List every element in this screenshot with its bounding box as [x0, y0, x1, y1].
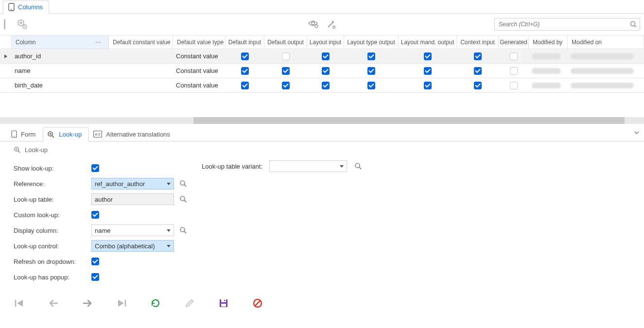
tab-lookup-label: Look-up [59, 131, 82, 138]
tab-form[interactable]: Form [7, 127, 43, 141]
search-icon [630, 21, 637, 28]
svg-point-11 [631, 22, 635, 26]
show-lookup-label: Show look-up: [14, 165, 91, 172]
checkbox[interactable] [241, 52, 249, 60]
checkbox[interactable] [424, 67, 432, 75]
reference-select[interactable]: ref_author_author [91, 178, 174, 190]
checkbox[interactable] [282, 52, 290, 60]
col-header-modon[interactable]: Modified on [568, 35, 644, 49]
magnifier-icon [47, 131, 55, 138]
chevron-down-icon[interactable] [634, 130, 639, 135]
cell-column-name: author_id [12, 49, 109, 63]
tab-lookup[interactable]: Look-up [43, 127, 89, 142]
lookup-table-field[interactable]: author [91, 193, 174, 205]
first-record-button[interactable] [14, 297, 25, 309]
cell-column-name: name [12, 64, 109, 78]
col-header-li[interactable]: Layout input [307, 35, 344, 49]
refresh-button[interactable] [150, 297, 161, 309]
checkbox[interactable] [322, 67, 330, 75]
checkbox[interactable] [322, 82, 330, 89]
device-icon [11, 130, 17, 138]
checkbox[interactable] [367, 52, 375, 60]
next-record-button[interactable] [82, 297, 93, 309]
checkbox[interactable] [510, 82, 518, 89]
col-header-modby[interactable]: Modified by [529, 35, 568, 49]
checkbox[interactable] [474, 82, 482, 89]
svg-point-1 [11, 9, 12, 10]
checkbox[interactable] [367, 67, 375, 75]
column-menu-icon[interactable]: ⋯ [95, 39, 104, 46]
svg-point-8 [315, 25, 318, 28]
checkbox[interactable] [241, 82, 249, 89]
table-row[interactable]: nameConstant value [0, 63, 644, 78]
svg-point-32 [180, 227, 185, 232]
cancel-button[interactable] [252, 297, 263, 309]
edit-button[interactable] [184, 297, 195, 309]
checkbox[interactable] [282, 82, 290, 89]
checkbox[interactable] [474, 52, 482, 60]
svg-line-12 [635, 26, 637, 28]
add-remove-icon[interactable] [17, 19, 28, 30]
svg-text:文: 文 [98, 133, 101, 136]
checkbox[interactable] [510, 67, 518, 75]
horizontal-scrollbar[interactable] [0, 117, 644, 124]
redacted-text [532, 68, 561, 74]
svg-rect-39 [224, 300, 225, 301]
grid-icon[interactable] [4, 19, 5, 30]
col-header-do[interactable]: Default output [264, 35, 307, 49]
col-header-di[interactable]: Default input [226, 35, 264, 49]
checkbox[interactable] [282, 67, 290, 75]
svg-line-29 [184, 185, 186, 187]
checkbox[interactable] [367, 82, 375, 89]
refresh-dropdown-checkbox[interactable] [91, 258, 99, 265]
col-header-gen[interactable]: Generated [499, 35, 529, 49]
svg-rect-38 [221, 304, 226, 307]
tab-alt-translations[interactable]: A文 Alternative translations [89, 127, 177, 141]
checkbox[interactable] [241, 67, 249, 75]
col-header-dcv[interactable]: Default constant value [109, 35, 173, 49]
has-popup-label: Look-up has popup: [14, 274, 91, 281]
col-header-column[interactable]: Column [16, 39, 35, 46]
svg-point-10 [332, 26, 335, 29]
variant-select[interactable] [269, 160, 347, 172]
col-header-dvt[interactable]: Default value type [173, 35, 226, 49]
checkbox[interactable] [474, 67, 482, 75]
eye-gear-icon[interactable] [308, 19, 319, 30]
show-lookup-checkbox[interactable] [91, 164, 99, 172]
custom-lookup-checkbox[interactable] [91, 211, 99, 219]
display-column-select[interactable]: name [91, 224, 174, 236]
search-input[interactable] [498, 20, 630, 28]
col-header-ci[interactable]: Context input [457, 35, 499, 49]
save-button[interactable] [218, 297, 229, 309]
checkbox[interactable] [424, 52, 432, 60]
svg-rect-37 [221, 299, 226, 302]
variant-label: Look-up table variant: [202, 163, 262, 170]
lookup-table-search-button[interactable] [179, 195, 188, 204]
cell-column-name: birth_date [12, 78, 109, 92]
redacted-text [532, 53, 561, 59]
checkbox[interactable] [510, 52, 518, 60]
lookup-control-label: Look-up control: [14, 242, 91, 250]
table-row[interactable]: birth_dateConstant value [0, 78, 644, 92]
refresh-dropdown-label: Refresh on dropdown: [14, 258, 91, 265]
svg-point-26 [355, 163, 360, 168]
col-header-lto[interactable]: Layout type output [344, 35, 399, 49]
cell-dvt: Constant value [173, 78, 226, 92]
tab-form-label: Form [21, 131, 35, 138]
table-row[interactable]: author_idConstant value [0, 49, 644, 63]
svg-line-27 [359, 167, 361, 169]
lookup-control-select[interactable]: Combo (alphabetical) [91, 240, 174, 252]
display-column-search-button[interactable] [179, 226, 188, 235]
top-tab-columns[interactable]: Columns [3, 0, 49, 14]
variant-search-button[interactable] [354, 162, 363, 171]
wand-icon[interactable] [326, 19, 336, 30]
top-tab-label: Columns [18, 3, 43, 11]
checkbox[interactable] [424, 82, 432, 89]
checkbox[interactable] [322, 52, 330, 60]
col-header-lmo[interactable]: Layout mand. output [399, 35, 457, 49]
prev-record-button[interactable] [48, 297, 59, 309]
has-popup-checkbox[interactable] [91, 273, 99, 281]
search-box[interactable] [494, 18, 640, 31]
reference-search-button[interactable] [179, 179, 188, 188]
last-record-button[interactable] [116, 297, 127, 309]
